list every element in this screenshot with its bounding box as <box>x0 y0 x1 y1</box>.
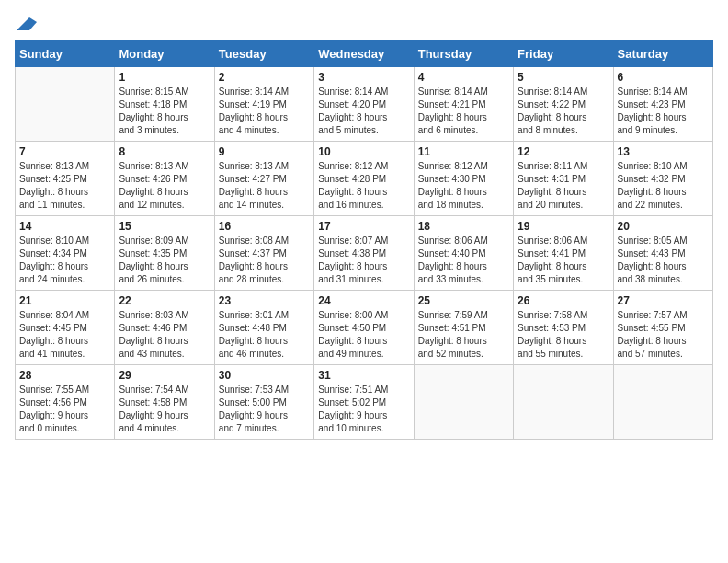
day-number: 16 <box>219 220 310 233</box>
day-number: 20 <box>618 220 709 233</box>
day-number: 19 <box>518 220 609 233</box>
header <box>15 15 713 33</box>
calendar-cell: 31Sunrise: 7:51 AM Sunset: 5:02 PM Dayli… <box>314 364 414 439</box>
logo <box>15 15 37 33</box>
day-number: 30 <box>219 369 310 382</box>
day-number: 13 <box>618 145 709 158</box>
day-info: Sunrise: 7:54 AM Sunset: 4:58 PM Dayligh… <box>119 384 210 435</box>
day-info: Sunrise: 8:10 AM Sunset: 4:34 PM Dayligh… <box>19 235 110 286</box>
day-number: 5 <box>518 71 609 84</box>
day-number: 1 <box>119 71 210 84</box>
day-info: Sunrise: 8:03 AM Sunset: 4:46 PM Dayligh… <box>119 309 210 361</box>
day-info: Sunrise: 8:06 AM Sunset: 4:41 PM Dayligh… <box>518 235 609 286</box>
calendar-cell: 15Sunrise: 8:09 AM Sunset: 4:35 PM Dayli… <box>115 215 214 290</box>
calendar-cell: 10Sunrise: 8:12 AM Sunset: 4:28 PM Dayli… <box>314 141 414 215</box>
day-info: Sunrise: 8:13 AM Sunset: 4:27 PM Dayligh… <box>219 160 310 212</box>
calendar-cell: 18Sunrise: 8:06 AM Sunset: 4:40 PM Dayli… <box>414 215 513 290</box>
calendar-week-1: 7Sunrise: 8:13 AM Sunset: 4:25 PM Daylig… <box>16 141 713 215</box>
calendar-cell: 2Sunrise: 8:14 AM Sunset: 4:19 PM Daylig… <box>214 66 313 141</box>
day-info: Sunrise: 8:05 AM Sunset: 4:43 PM Dayligh… <box>618 235 709 286</box>
calendar-cell: 19Sunrise: 8:06 AM Sunset: 4:41 PM Dayli… <box>514 215 613 290</box>
logo-bird-icon <box>17 17 37 30</box>
calendar-cell: 13Sunrise: 8:10 AM Sunset: 4:32 PM Dayli… <box>613 141 712 215</box>
day-info: Sunrise: 8:14 AM Sunset: 4:23 PM Dayligh… <box>618 86 709 137</box>
calendar-cell: 7Sunrise: 8:13 AM Sunset: 4:25 PM Daylig… <box>16 141 115 215</box>
day-info: Sunrise: 8:08 AM Sunset: 4:37 PM Dayligh… <box>219 235 310 286</box>
day-number: 25 <box>418 294 509 307</box>
day-number: 6 <box>618 71 709 84</box>
day-info: Sunrise: 8:11 AM Sunset: 4:31 PM Dayligh… <box>518 160 609 212</box>
day-number: 22 <box>119 294 210 307</box>
day-info: Sunrise: 8:09 AM Sunset: 4:35 PM Dayligh… <box>119 235 210 286</box>
day-info: Sunrise: 8:13 AM Sunset: 4:25 PM Dayligh… <box>19 160 110 212</box>
calendar-week-4: 28Sunrise: 7:55 AM Sunset: 4:56 PM Dayli… <box>16 364 713 439</box>
calendar-cell: 30Sunrise: 7:53 AM Sunset: 5:00 PM Dayli… <box>214 364 313 439</box>
calendar-body: 1Sunrise: 8:15 AM Sunset: 4:18 PM Daylig… <box>16 66 713 439</box>
logo-line1 <box>15 15 37 33</box>
header-day-friday: Friday <box>514 40 613 66</box>
calendar-cell: 27Sunrise: 7:57 AM Sunset: 4:55 PM Dayli… <box>613 290 712 364</box>
day-number: 7 <box>19 145 110 158</box>
day-info: Sunrise: 8:15 AM Sunset: 4:18 PM Dayligh… <box>119 86 210 137</box>
calendar-table: SundayMondayTuesdayWednesdayThursdayFrid… <box>15 40 713 440</box>
day-info: Sunrise: 8:01 AM Sunset: 4:48 PM Dayligh… <box>219 309 310 361</box>
calendar-cell: 12Sunrise: 8:11 AM Sunset: 4:31 PM Dayli… <box>514 141 613 215</box>
calendar-cell <box>514 364 613 439</box>
day-info: Sunrise: 8:14 AM Sunset: 4:21 PM Dayligh… <box>418 86 509 137</box>
header-day-saturday: Saturday <box>613 40 712 66</box>
day-info: Sunrise: 8:06 AM Sunset: 4:40 PM Dayligh… <box>418 235 509 286</box>
calendar-cell: 8Sunrise: 8:13 AM Sunset: 4:26 PM Daylig… <box>115 141 214 215</box>
day-number: 29 <box>119 369 210 382</box>
calendar-cell: 11Sunrise: 8:12 AM Sunset: 4:30 PM Dayli… <box>414 141 513 215</box>
day-info: Sunrise: 8:14 AM Sunset: 4:22 PM Dayligh… <box>518 86 609 137</box>
day-info: Sunrise: 8:12 AM Sunset: 4:30 PM Dayligh… <box>418 160 509 212</box>
calendar-cell: 26Sunrise: 7:58 AM Sunset: 4:53 PM Dayli… <box>514 290 613 364</box>
day-number: 11 <box>418 145 509 158</box>
calendar-cell: 23Sunrise: 8:01 AM Sunset: 4:48 PM Dayli… <box>214 290 313 364</box>
calendar-cell <box>16 66 115 141</box>
calendar-cell: 5Sunrise: 8:14 AM Sunset: 4:22 PM Daylig… <box>514 66 613 141</box>
header-day-tuesday: Tuesday <box>214 40 313 66</box>
header-row: SundayMondayTuesdayWednesdayThursdayFrid… <box>16 40 713 66</box>
calendar-week-3: 21Sunrise: 8:04 AM Sunset: 4:45 PM Dayli… <box>16 290 713 364</box>
calendar-cell: 22Sunrise: 8:03 AM Sunset: 4:46 PM Dayli… <box>115 290 214 364</box>
day-info: Sunrise: 8:00 AM Sunset: 4:50 PM Dayligh… <box>318 309 409 361</box>
day-info: Sunrise: 8:14 AM Sunset: 4:20 PM Dayligh… <box>318 86 409 137</box>
day-number: 31 <box>318 369 409 382</box>
calendar-header: SundayMondayTuesdayWednesdayThursdayFrid… <box>16 40 713 66</box>
calendar-week-0: 1Sunrise: 8:15 AM Sunset: 4:18 PM Daylig… <box>16 66 713 141</box>
calendar-cell <box>613 364 712 439</box>
day-number: 21 <box>19 294 110 307</box>
day-number: 3 <box>318 71 409 84</box>
day-number: 26 <box>518 294 609 307</box>
calendar-cell: 29Sunrise: 7:54 AM Sunset: 4:58 PM Dayli… <box>115 364 214 439</box>
day-number: 28 <box>19 369 110 382</box>
header-day-monday: Monday <box>115 40 214 66</box>
day-number: 14 <box>19 220 110 233</box>
svg-marker-0 <box>17 17 37 30</box>
calendar-cell: 28Sunrise: 7:55 AM Sunset: 4:56 PM Dayli… <box>16 364 115 439</box>
calendar-cell: 25Sunrise: 7:59 AM Sunset: 4:51 PM Dayli… <box>414 290 513 364</box>
calendar-cell: 9Sunrise: 8:13 AM Sunset: 4:27 PM Daylig… <box>214 141 313 215</box>
calendar-cell: 14Sunrise: 8:10 AM Sunset: 4:34 PM Dayli… <box>16 215 115 290</box>
day-info: Sunrise: 7:55 AM Sunset: 4:56 PM Dayligh… <box>19 384 110 435</box>
day-number: 24 <box>318 294 409 307</box>
day-number: 17 <box>318 220 409 233</box>
calendar-cell: 16Sunrise: 8:08 AM Sunset: 4:37 PM Dayli… <box>214 215 313 290</box>
day-info: Sunrise: 7:59 AM Sunset: 4:51 PM Dayligh… <box>418 309 509 361</box>
calendar-cell: 1Sunrise: 8:15 AM Sunset: 4:18 PM Daylig… <box>115 66 214 141</box>
day-number: 15 <box>119 220 210 233</box>
day-info: Sunrise: 7:51 AM Sunset: 5:02 PM Dayligh… <box>318 384 409 435</box>
calendar-cell: 4Sunrise: 8:14 AM Sunset: 4:21 PM Daylig… <box>414 66 513 141</box>
calendar-cell: 24Sunrise: 8:00 AM Sunset: 4:50 PM Dayli… <box>314 290 414 364</box>
day-number: 12 <box>518 145 609 158</box>
day-info: Sunrise: 7:53 AM Sunset: 5:00 PM Dayligh… <box>219 384 310 435</box>
day-number: 9 <box>219 145 310 158</box>
day-number: 4 <box>418 71 509 84</box>
day-info: Sunrise: 8:04 AM Sunset: 4:45 PM Dayligh… <box>19 309 110 361</box>
day-info: Sunrise: 8:13 AM Sunset: 4:26 PM Dayligh… <box>119 160 210 212</box>
day-info: Sunrise: 7:57 AM Sunset: 4:55 PM Dayligh… <box>618 309 709 361</box>
calendar-cell: 21Sunrise: 8:04 AM Sunset: 4:45 PM Dayli… <box>16 290 115 364</box>
calendar-cell: 3Sunrise: 8:14 AM Sunset: 4:20 PM Daylig… <box>314 66 414 141</box>
calendar-cell <box>414 364 513 439</box>
